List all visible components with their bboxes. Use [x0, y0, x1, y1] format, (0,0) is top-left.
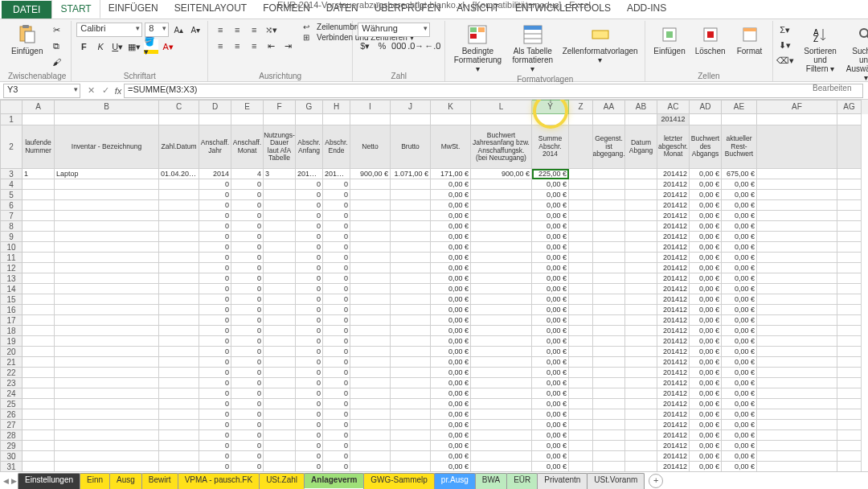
ribbon-tab-einfügen[interactable]: EINFÜGEN [100, 0, 166, 18]
cell-J5[interactable] [391, 190, 431, 200]
cell-A25[interactable] [23, 399, 55, 409]
cell-AC28[interactable]: 201412 [657, 430, 690, 441]
cell-J16[interactable] [391, 305, 431, 315]
cell-AC1[interactable]: 201412 [657, 114, 690, 125]
cell-B4[interactable] [55, 179, 159, 190]
cell-G22[interactable]: 0 [296, 368, 323, 378]
sheet-tab-ust-zahl[interactable]: USt.Zahl [259, 473, 305, 489]
cell-AG7[interactable] [837, 211, 862, 221]
fill-color-button[interactable]: 🪣▾ [144, 39, 158, 54]
cell-I27[interactable] [350, 420, 391, 430]
cell-C3[interactable]: 01.04.2014 [159, 169, 199, 179]
col-header-F[interactable]: F [264, 100, 296, 114]
cell-AC31[interactable]: 201412 [657, 462, 690, 471]
cell-K15[interactable]: 0,00 € [431, 294, 471, 305]
cell-AB26[interactable] [625, 409, 657, 420]
cell-AD11[interactable]: 0,00 € [690, 253, 722, 263]
cell-D16[interactable]: 0 [199, 305, 231, 315]
cell-E29[interactable]: 0 [231, 441, 264, 451]
cell-AC8[interactable]: 201412 [657, 221, 690, 232]
cell-AC25[interactable]: 201412 [657, 399, 690, 409]
currency-button[interactable]: $▾ [358, 39, 372, 53]
cell-C13[interactable] [159, 273, 199, 284]
cell-AE13[interactable]: 0,00 € [722, 273, 757, 284]
font-color-button[interactable]: A▾ [161, 39, 175, 54]
cell-I28[interactable] [350, 430, 391, 441]
col-header-AE[interactable]: AE [722, 100, 757, 114]
cell-AA5[interactable] [593, 190, 625, 200]
cell-I14[interactable] [350, 284, 391, 294]
cell-D7[interactable]: 0 [199, 211, 231, 221]
cell-AE10[interactable]: 0,00 € [722, 242, 757, 253]
cell-Y28[interactable]: 0,00 € [532, 430, 569, 441]
conditional-formatting-button[interactable]: Bedingte Formatierung ▾ [450, 23, 505, 75]
cell-J29[interactable] [391, 441, 431, 451]
cell-AB19[interactable] [625, 336, 657, 347]
cell-G16[interactable]: 0 [296, 305, 323, 315]
cell-AD23[interactable]: 0,00 € [690, 378, 722, 388]
cell-K1[interactable] [431, 114, 471, 125]
find-select-button[interactable]: Suchen und Auswählen ▾ [845, 23, 868, 84]
cell-E22[interactable]: 0 [231, 368, 264, 378]
autosum-button[interactable]: Σ▾ [778, 23, 792, 37]
cell-D29[interactable]: 0 [199, 441, 231, 451]
cell-J27[interactable] [391, 420, 431, 430]
cell-AE12[interactable]: 0,00 € [722, 263, 757, 273]
row-header-28[interactable]: 28 [0, 430, 23, 441]
cell-C1[interactable] [159, 114, 199, 125]
col-header-K[interactable]: K [431, 100, 471, 114]
cell-L3[interactable]: 900,00 € [471, 169, 532, 179]
row-header-5[interactable]: 5 [0, 190, 23, 200]
cell-B31[interactable] [55, 462, 159, 471]
cell-I4[interactable] [350, 179, 391, 190]
cell-AF26[interactable] [757, 409, 837, 420]
cell-E16[interactable]: 0 [231, 305, 264, 315]
row-header-4[interactable]: 4 [0, 179, 23, 190]
cell-AB20[interactable] [625, 347, 657, 357]
col-header-D[interactable]: D [199, 100, 231, 114]
cell-Z21[interactable] [569, 357, 593, 368]
cell-AG30[interactable] [837, 451, 862, 462]
cell-J17[interactable] [391, 315, 431, 326]
cell-AB15[interactable] [625, 294, 657, 305]
cell-J9[interactable] [391, 232, 431, 242]
cell-D9[interactable]: 0 [199, 232, 231, 242]
cell-G20[interactable]: 0 [296, 347, 323, 357]
cell-AE27[interactable]: 0,00 € [722, 420, 757, 430]
cell-E25[interactable]: 0 [231, 399, 264, 409]
cell-E10[interactable]: 0 [231, 242, 264, 253]
cell-C9[interactable] [159, 232, 199, 242]
col-header-AC[interactable]: AC [657, 100, 690, 114]
cell-J13[interactable] [391, 273, 431, 284]
cell-AE25[interactable]: 0,00 € [722, 399, 757, 409]
cell-J4[interactable] [391, 179, 431, 190]
cell-AD4[interactable]: 0,00 € [690, 179, 722, 190]
header-cell-AC[interactable]: letzter abgeschr. Monat [657, 125, 690, 169]
cell-L20[interactable] [471, 347, 532, 357]
cell-J22[interactable] [391, 368, 431, 378]
cell-Y23[interactable]: 0,00 € [532, 378, 569, 388]
cell-AC14[interactable]: 201412 [657, 284, 690, 294]
cell-L31[interactable] [471, 462, 532, 471]
cell-AE15[interactable]: 0,00 € [722, 294, 757, 305]
cell-C18[interactable] [159, 326, 199, 336]
cell-AA22[interactable] [593, 368, 625, 378]
cell-AD6[interactable]: 0,00 € [690, 200, 722, 211]
cell-B5[interactable] [55, 190, 159, 200]
cell-G27[interactable]: 0 [296, 420, 323, 430]
cell-AG26[interactable] [837, 409, 862, 420]
header-cell-AB[interactable]: Datum Abgang [625, 125, 657, 169]
cell-E1[interactable] [231, 114, 264, 125]
cell-G21[interactable]: 0 [296, 357, 323, 368]
cell-AG8[interactable] [837, 221, 862, 232]
cell-AB31[interactable] [625, 462, 657, 471]
cell-C29[interactable] [159, 441, 199, 451]
cell-Y19[interactable]: 0,00 € [532, 336, 569, 347]
thousands-button[interactable]: 000 [391, 39, 406, 53]
cell-AF18[interactable] [757, 326, 837, 336]
row-header-17[interactable]: 17 [0, 315, 23, 326]
cell-G25[interactable]: 0 [296, 399, 323, 409]
header-cell-AF[interactable] [757, 125, 837, 169]
percent-button[interactable]: % [375, 39, 389, 53]
cell-AG3[interactable] [837, 169, 862, 179]
